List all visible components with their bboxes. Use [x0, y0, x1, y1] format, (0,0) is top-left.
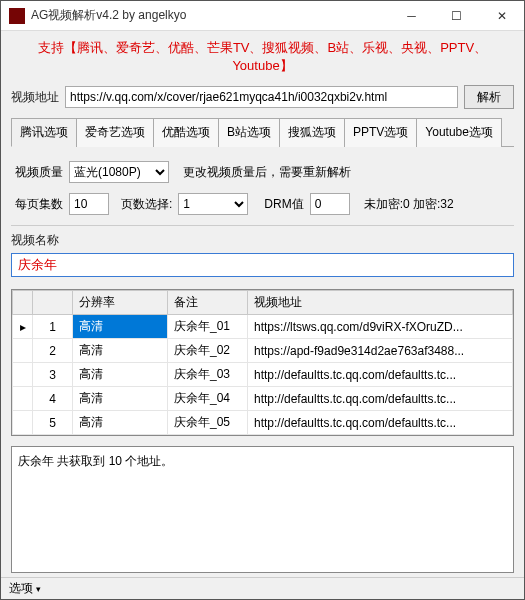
tab-iqiyi[interactable]: 爱奇艺选项	[76, 118, 154, 147]
page-select[interactable]: 1	[178, 193, 248, 215]
page-select-label: 页数选择:	[121, 196, 172, 213]
row-marker-icon: ▸	[13, 315, 33, 339]
statusbar: 选项	[1, 577, 524, 599]
titlebar: AG视频解析v4.2 by angelkyo ─ ☐ ✕	[1, 1, 524, 31]
row-note: 庆余年_04	[168, 387, 248, 411]
row-url: http://defaultts.tc.qq.com/defaultts.tc.…	[248, 387, 513, 411]
url-row: 视频地址 解析	[11, 85, 514, 109]
row-note: 庆余年_01	[168, 315, 248, 339]
app-icon	[9, 8, 25, 24]
tab-sohu[interactable]: 搜狐选项	[279, 118, 345, 147]
tab-youtube[interactable]: Youtube选项	[416, 118, 502, 147]
col-url[interactable]: 视频地址	[248, 291, 513, 315]
url-input[interactable]	[65, 86, 458, 108]
tab-bar: 腾讯选项 爱奇艺选项 优酷选项 B站选项 搜狐选项 PPTV选项 Youtube…	[11, 117, 514, 147]
close-button[interactable]: ✕	[479, 1, 524, 31]
tab-tencent[interactable]: 腾讯选项	[11, 118, 77, 147]
crypto-status: 未加密:0 加密:32	[364, 196, 454, 213]
table-row[interactable]: ▸1高清庆余年_01https://ltsws.qq.com/d9viRX-fX…	[13, 315, 513, 339]
row-index: 4	[33, 387, 73, 411]
row-resolution: 高清	[73, 315, 168, 339]
table-row[interactable]: 4高清庆余年_04http://defaultts.tc.qq.com/defa…	[13, 387, 513, 411]
table-header-row: 分辨率 备注 视频地址	[13, 291, 513, 315]
options-menu[interactable]: 选项	[9, 580, 41, 597]
minimize-button[interactable]: ─	[389, 1, 434, 31]
row-index: 5	[33, 411, 73, 435]
col-note[interactable]: 备注	[168, 291, 248, 315]
window-controls: ─ ☐ ✕	[389, 1, 524, 31]
app-window: AG视频解析v4.2 by angelkyo ─ ☐ ✕ 支持【腾讯、爱奇艺、优…	[0, 0, 525, 600]
parse-button[interactable]: 解析	[464, 85, 514, 109]
quality-hint: 更改视频质量后，需要重新解析	[183, 164, 351, 181]
row-url: https://ltsws.qq.com/d9viRX-fXOruZD...	[248, 315, 513, 339]
row-index: 1	[33, 315, 73, 339]
row-index: 3	[33, 363, 73, 387]
url-label: 视频地址	[11, 89, 59, 106]
quality-label: 视频质量	[15, 164, 63, 181]
row-note: 庆余年_02	[168, 339, 248, 363]
drm-label: DRM值	[264, 196, 303, 213]
name-section: 视频名称	[11, 232, 514, 277]
row-resolution: 高清	[73, 411, 168, 435]
tab-pptv[interactable]: PPTV选项	[344, 118, 417, 147]
name-label: 视频名称	[11, 232, 514, 249]
row-index: 2	[33, 339, 73, 363]
row-marker-icon	[13, 387, 33, 411]
tab-panel: 视频质量 蓝光(1080P) 更改视频质量后，需要重新解析 每页集数 页数选择:…	[11, 153, 514, 226]
quality-select[interactable]: 蓝光(1080P)	[69, 161, 169, 183]
per-page-label: 每页集数	[15, 196, 63, 213]
per-page-input[interactable]	[69, 193, 109, 215]
row-resolution: 高清	[73, 363, 168, 387]
col-resolution[interactable]: 分辨率	[73, 291, 168, 315]
table-row[interactable]: 5高清庆余年_05http://defaultts.tc.qq.com/defa…	[13, 411, 513, 435]
row-note: 庆余年_03	[168, 363, 248, 387]
row-url: http://defaultts.tc.qq.com/defaultts.tc.…	[248, 363, 513, 387]
tab-bilibili[interactable]: B站选项	[218, 118, 280, 147]
row-marker-icon	[13, 339, 33, 363]
table-row[interactable]: 3高清庆余年_03http://defaultts.tc.qq.com/defa…	[13, 363, 513, 387]
row-marker-icon	[13, 363, 33, 387]
tab-youku[interactable]: 优酷选项	[153, 118, 219, 147]
row-marker-icon	[13, 411, 33, 435]
window-title: AG视频解析v4.2 by angelkyo	[31, 7, 186, 24]
row-note: 庆余年_05	[168, 411, 248, 435]
row-resolution: 高清	[73, 387, 168, 411]
drm-input[interactable]	[310, 193, 350, 215]
row-resolution: 高清	[73, 339, 168, 363]
row-url: https://apd-f9ad9e314d2ae763af3488...	[248, 339, 513, 363]
log-output[interactable]: 庆余年 共获取到 10 个地址。	[11, 446, 514, 573]
support-banner: 支持【腾讯、爱奇艺、优酷、芒果TV、搜狐视频、B站、乐视、央视、PPTV、You…	[11, 37, 514, 79]
row-url: http://defaultts.tc.qq.com/defaultts.tc.…	[248, 411, 513, 435]
maximize-button[interactable]: ☐	[434, 1, 479, 31]
name-input[interactable]	[11, 253, 514, 277]
result-table: 分辨率 备注 视频地址 ▸1高清庆余年_01https://ltsws.qq.c…	[11, 289, 514, 436]
table-row[interactable]: 2高清庆余年_02https://apd-f9ad9e314d2ae763af3…	[13, 339, 513, 363]
